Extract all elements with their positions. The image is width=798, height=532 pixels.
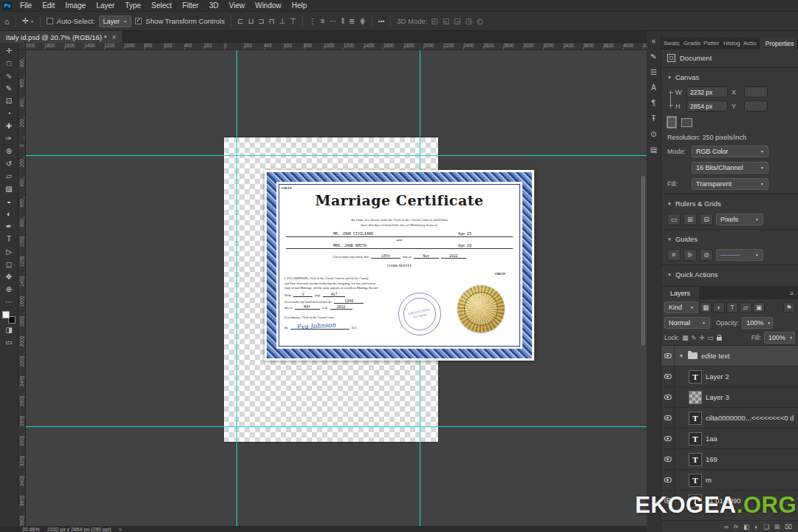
ruler-icon[interactable]: ▭ bbox=[667, 214, 681, 225]
guide-horizontal-top[interactable] bbox=[26, 155, 647, 156]
visibility-toggle[interactable] bbox=[661, 470, 675, 490]
layer-fill-dropdown[interactable]: 100%▼ bbox=[764, 332, 795, 344]
crop-tool-icon[interactable]: ⊡ bbox=[0, 95, 18, 107]
align-button-icon[interactable]: ⊔ bbox=[248, 17, 254, 25]
libraries-panel-icon[interactable]: ▤ bbox=[647, 142, 661, 157]
align-button-icon[interactable]: ⊐ bbox=[258, 17, 264, 25]
guide-vertical-left[interactable] bbox=[236, 50, 237, 527]
guides-section-header[interactable]: ▼ Guides bbox=[661, 231, 798, 247]
type-tool-icon[interactable]: T bbox=[0, 233, 18, 245]
menu-filter[interactable]: Filter bbox=[177, 0, 204, 12]
layer-row[interactable]: Tm bbox=[661, 470, 798, 491]
canvas-scrollbar[interactable] bbox=[641, 50, 646, 527]
layer-effects-icon[interactable]: fx bbox=[734, 523, 738, 530]
canvas-fill-dropdown[interactable]: Transparent▼ bbox=[692, 178, 768, 190]
visibility-toggle[interactable] bbox=[661, 387, 675, 407]
eraser-tool-icon[interactable]: ▱ bbox=[0, 170, 18, 183]
hand-tool-icon[interactable]: ✥ bbox=[0, 270, 18, 283]
filter-smart-object-icon[interactable]: ▣ bbox=[753, 302, 765, 313]
paragraph-panel-icon[interactable]: ¶ bbox=[647, 95, 661, 111]
distribute-button-icon[interactable]: ≡ bbox=[321, 17, 325, 25]
brushes-panel-icon[interactable]: ☰ bbox=[647, 64, 661, 80]
zoom-tool-icon[interactable]: ⊕ bbox=[0, 283, 18, 296]
layer-row[interactable]: T1aa bbox=[661, 429, 798, 449]
document-tab[interactable]: Italy id.psd @ 20.7% (RGB/16) * × bbox=[0, 31, 122, 43]
guide-layout-icon[interactable]: ⊪ bbox=[683, 249, 697, 261]
brush-settings-panel-icon[interactable]: ✎ bbox=[647, 49, 661, 64]
blur-tool-icon[interactable]: ◒ bbox=[0, 195, 18, 208]
tab-gradie[interactable]: Gradie bbox=[681, 37, 701, 50]
clear-guides-icon[interactable]: ⊘ bbox=[700, 249, 713, 261]
new-group-icon[interactable]: ❏ bbox=[763, 523, 769, 531]
visibility-toggle[interactable] bbox=[661, 366, 675, 386]
pixel-grid-icon[interactable]: ⊟ bbox=[700, 214, 713, 225]
3d-mode-icon[interactable]: ◲ bbox=[454, 17, 460, 25]
tab-histog[interactable]: Histog bbox=[721, 37, 741, 50]
layer-row[interactable]: ▼edite text bbox=[661, 346, 798, 366]
gradient-tool-icon[interactable]: ▨ bbox=[0, 183, 18, 195]
menu-window[interactable]: Window bbox=[250, 0, 287, 12]
3d-mode-icon[interactable]: ◳ bbox=[466, 17, 472, 25]
opacity-dropdown[interactable]: 100%▼ bbox=[742, 317, 773, 329]
menu-image[interactable]: Image bbox=[60, 0, 91, 12]
3d-mode-icon[interactable]: ◱ bbox=[443, 17, 449, 25]
menu-view[interactable]: View bbox=[224, 0, 250, 12]
lock-artboard-icon[interactable]: ▭ bbox=[708, 334, 714, 341]
rulers-grids-section-header[interactable]: ▼ Rulers & Grids bbox=[661, 196, 798, 211]
clone-source-panel-icon[interactable]: ⊙ bbox=[647, 126, 661, 142]
y-field[interactable] bbox=[744, 100, 768, 112]
ruler-horizontal[interactable]: 2000180016001400120010008006004002000200… bbox=[26, 43, 647, 50]
edit-toolbar-icon[interactable]: ⋯ bbox=[0, 296, 18, 308]
bit-depth-dropdown[interactable]: 16 Bits/Channel▼ bbox=[692, 162, 768, 174]
lock-transparency-icon[interactable]: ▦ bbox=[682, 334, 688, 341]
visibility-toggle[interactable] bbox=[661, 346, 675, 366]
quick-mask-icon[interactable]: ◨ bbox=[0, 324, 18, 336]
brush-tool-icon[interactable]: ✑ bbox=[0, 132, 18, 145]
layer-row[interactable]: TLayer 2 bbox=[661, 366, 798, 387]
visibility-toggle[interactable] bbox=[661, 429, 675, 449]
distribute-button-icon[interactable]: ‖ bbox=[341, 17, 344, 25]
layer-row[interactable]: Layer 3 bbox=[661, 387, 798, 408]
align-button-icon[interactable]: ⊥ bbox=[279, 17, 286, 25]
layer-row[interactable]: Tcilta0000000...<<<<<<<<0 d bbox=[661, 408, 798, 429]
healing-brush-tool-icon[interactable]: ✚ bbox=[0, 120, 18, 132]
screen-mode-icon[interactable]: ▭ bbox=[0, 336, 18, 349]
show-transform-checkbox[interactable] bbox=[135, 18, 142, 24]
x-field[interactable] bbox=[744, 86, 768, 98]
tab-patter[interactable]: Patter bbox=[701, 37, 721, 50]
filter-shape-icon[interactable]: ▱ bbox=[740, 302, 751, 313]
menu-file[interactable]: File bbox=[15, 0, 37, 12]
history-brush-tool-icon[interactable]: ↺ bbox=[0, 157, 18, 170]
guide-horizontal-bottom[interactable] bbox=[26, 426, 647, 427]
dodge-tool-icon[interactable]: ◐ bbox=[0, 208, 18, 220]
group-caret-icon[interactable]: ▼ bbox=[678, 353, 684, 358]
layer-mask-icon[interactable]: ◧ bbox=[743, 523, 749, 531]
lock-position-icon[interactable]: ✛ bbox=[699, 334, 704, 341]
distribute-button-icon[interactable]: ⋮ bbox=[309, 17, 316, 25]
adjustment-layer-icon[interactable]: ◐ bbox=[754, 523, 758, 531]
grid-icon[interactable]: ⊞ bbox=[683, 214, 697, 225]
active-tool-icon[interactable]: ✛▼ bbox=[22, 16, 34, 26]
lock-all-icon[interactable] bbox=[717, 337, 722, 341]
menu-help[interactable]: Help bbox=[287, 0, 313, 12]
menu-3d[interactable]: 3D bbox=[204, 0, 224, 12]
height-field[interactable]: 2854 px bbox=[686, 100, 728, 112]
character-panel-icon[interactable]: A bbox=[647, 80, 661, 95]
tab-layers[interactable]: Layers bbox=[661, 287, 699, 299]
shape-tool-icon[interactable]: ◻ bbox=[0, 258, 18, 270]
units-dropdown[interactable]: Pixels▼ bbox=[716, 214, 763, 225]
mode-dropdown[interactable]: RGB Color▼ bbox=[692, 146, 768, 157]
canvas-area[interactable]: 2000180016001400120010008006004002000200… bbox=[18, 43, 647, 527]
tab-swatc[interactable]: Swatc bbox=[661, 37, 681, 50]
align-button-icon[interactable]: ⊏ bbox=[237, 17, 243, 25]
clone-stamp-tool-icon[interactable]: ⊛ bbox=[0, 145, 18, 157]
3d-mode-icon[interactable]: ◰ bbox=[431, 17, 437, 25]
glyphs-panel-icon[interactable]: Ŧ bbox=[647, 111, 661, 126]
guide-style-dropdown[interactable]: ———▼ bbox=[716, 249, 763, 261]
filter-adjustment-icon[interactable]: ◐ bbox=[713, 302, 725, 313]
home-icon[interactable]: ⌂ bbox=[4, 17, 10, 26]
zoom-level[interactable]: 20.66% bbox=[22, 527, 40, 532]
collapse-panels-icon[interactable]: « bbox=[647, 33, 661, 49]
close-document-icon[interactable]: × bbox=[112, 33, 116, 41]
canvas-section-header[interactable]: ▼ Canvas bbox=[661, 69, 798, 85]
